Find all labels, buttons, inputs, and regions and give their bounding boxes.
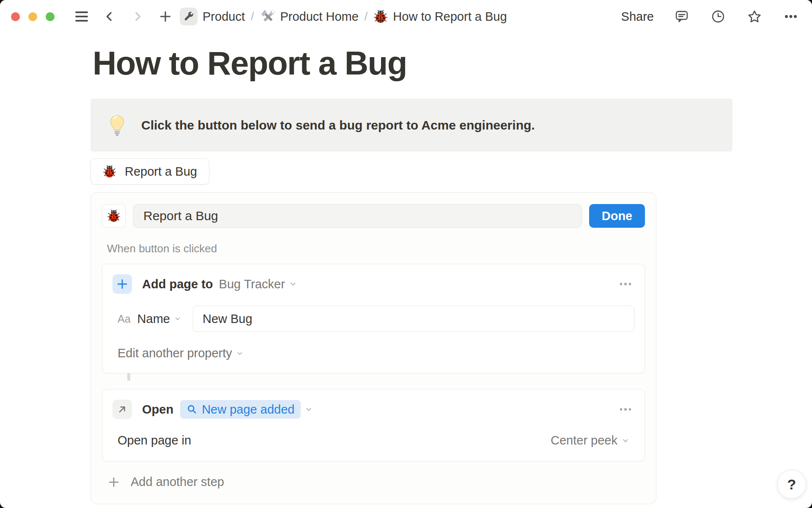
add-another-step-button[interactable]: Add another step — [107, 475, 645, 489]
breadcrumb-item-current-page[interactable]: How to Report a Bug — [373, 9, 507, 24]
plus-icon — [107, 475, 121, 489]
chevron-down-icon — [236, 349, 244, 358]
wrench-icon — [180, 8, 198, 25]
step-connector-line — [127, 373, 130, 381]
property-value-input[interactable] — [193, 306, 634, 332]
button-editor-panel: Done When button is clicked Add page to … — [91, 192, 656, 504]
open-target-chip-label: New page added — [202, 403, 294, 417]
hammer-wrench-icon — [260, 9, 275, 24]
window-controls — [11, 12, 55, 21]
open-target-chip[interactable]: New page added — [180, 400, 301, 419]
app-window: Product / Product Home / — [0, 0, 812, 508]
breadcrumb-separator: / — [251, 10, 254, 23]
back-chevron-icon[interactable] — [101, 8, 118, 25]
breadcrumb: Product / Product Home / — [180, 8, 507, 25]
light-bulb-icon — [108, 115, 126, 136]
help-button[interactable]: ? — [777, 470, 806, 499]
step-card-open-page: Open New page added Open page in — [102, 389, 645, 461]
step-action-label: Open — [142, 403, 173, 417]
step-action-label: Add page to — [142, 277, 213, 291]
breadcrumb-item-product-home[interactable]: Product Home — [260, 9, 358, 24]
step-card-add-page: Add page to Bug Tracker Aa Name — [102, 264, 645, 373]
zoom-window-button[interactable] — [46, 12, 55, 21]
search-icon — [187, 404, 198, 415]
breadcrumb-separator: / — [365, 10, 368, 23]
chevron-down-icon — [304, 405, 313, 414]
comments-icon[interactable] — [673, 8, 690, 25]
edit-another-property-label: Edit another property — [118, 346, 232, 360]
sidebar-menu-icon[interactable] — [73, 8, 90, 25]
report-a-bug-button[interactable]: Report a Bug — [91, 158, 209, 185]
open-page-in-label: Open page in — [118, 433, 191, 447]
ladybug-icon — [373, 9, 388, 24]
question-mark-icon: ? — [787, 476, 796, 493]
share-button[interactable]: Share — [621, 10, 654, 24]
chevron-down-icon — [173, 315, 182, 323]
ladybug-icon — [103, 165, 116, 178]
toolbar: Product / Product Home / — [0, 0, 812, 33]
breadcrumb-label: How to Report a Bug — [393, 10, 507, 24]
breadcrumb-label: Product Home — [280, 10, 358, 24]
minimize-window-button[interactable] — [28, 12, 37, 21]
done-button[interactable]: Done — [589, 204, 645, 228]
edit-another-property-button[interactable]: Edit another property — [118, 346, 634, 360]
breadcrumb-label: Product — [203, 10, 245, 24]
report-a-bug-button-label: Report a Bug — [125, 165, 197, 179]
favorite-star-icon[interactable] — [746, 8, 763, 25]
step-options-ellipsis-icon[interactable] — [620, 283, 631, 285]
property-name-select[interactable]: Name — [137, 312, 170, 326]
callout-text: Click the button below to send a bug rep… — [141, 118, 535, 133]
button-icon-picker[interactable] — [102, 204, 126, 228]
chevron-down-icon — [288, 279, 298, 289]
button-name-input[interactable] — [133, 204, 582, 228]
updates-clock-icon[interactable] — [710, 8, 727, 25]
text-property-type-icon: Aa — [118, 313, 131, 325]
chevron-down-icon — [621, 436, 630, 445]
new-page-plus-icon[interactable] — [157, 8, 174, 25]
ladybug-icon — [107, 209, 121, 223]
open-mode-value: Center peek — [551, 433, 617, 447]
trigger-label: When button is clicked — [107, 242, 645, 255]
close-window-button[interactable] — [11, 12, 20, 21]
step-options-ellipsis-icon[interactable] — [620, 408, 631, 411]
forward-chevron-icon[interactable] — [129, 8, 146, 25]
page-title: How to Report a Bug — [93, 44, 812, 83]
open-arrow-icon — [112, 400, 132, 419]
add-another-step-label: Add another step — [131, 475, 224, 489]
callout: Click the button below to send a bug rep… — [91, 99, 732, 152]
database-target-select[interactable]: Bug Tracker — [219, 277, 285, 291]
more-ellipsis-icon[interactable] — [782, 8, 799, 25]
open-mode-select[interactable]: Center peek — [551, 433, 630, 447]
add-page-plus-icon — [112, 274, 132, 294]
breadcrumb-item-product[interactable]: Product — [180, 8, 245, 25]
